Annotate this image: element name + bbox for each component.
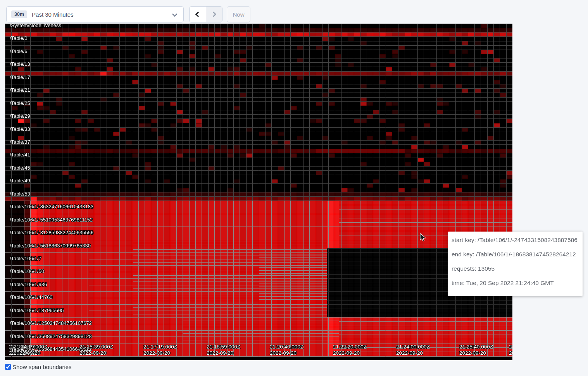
next-range-button[interactable] [206,7,222,22]
row-label: /Table/106/1/-3128593822440635556 [10,230,93,235]
row-label: /Table/33 [10,126,30,132]
row-label: /Table/29 [10,113,30,119]
tooltip-end-key: end key: /Table/106/1/-18683814745282642… [452,251,579,258]
row-label: /Table/106/1/936 [10,282,47,287]
row-label: /Table/49 [10,178,30,184]
time-axis-label: 21:20:40.000Z2022-09-20 [270,344,303,356]
row-label: /Table/45 [10,165,30,171]
row-label: /Table/106/1/3608924758329898128 [10,333,92,339]
time-axis-label: 21:14:19.000Z2022-09-20 [14,344,47,356]
time-range-select[interactable]: 30m Past 30 Minutes [6,6,184,22]
row-label: /Table/53 [10,191,30,197]
row-label: /System/NodeLiveness [10,24,61,28]
now-button[interactable]: Now [227,6,250,22]
row-label: /Table/13 [10,61,30,67]
tooltip-requests: requests: 13055 [452,266,579,272]
time-axis-label: 21:25:40.000Z2022-09-20 [459,344,493,356]
row-label: /Table/106/1/-8632471606610433183 [10,204,93,209]
span-tooltip: start key: /Table/106/1/-247433150824388… [448,232,583,296]
heatmap-footer: Show span boundaries [5,364,72,370]
row-label: /Table/106/1/1250247484756107672 [10,320,92,326]
row-label: /Table/106/1/-5510953463769811152 [10,217,93,223]
tooltip-time: time: Tue, 20 Sep 2022 21:24:40 GMT [452,280,579,286]
row-label: /Table/37 [10,139,30,145]
row-label: /Table/17 [10,74,30,80]
row-label: /Table/106/1/44760 [10,294,53,300]
time-axis-label: 21:27:20.000Z2022-09-20 [509,344,512,356]
row-label: /Table/106/1/50 [10,268,44,274]
heatmap-canvas[interactable] [5,24,512,360]
row-label: /Table/106/1/187965605 [10,307,64,313]
row-label: /Table/21 [10,87,30,93]
time-axis-label: 21:17:19.000Z2022-09-20 [143,344,177,356]
time-range-badge: 30m [11,10,27,18]
row-label: /Table/0 [10,35,28,41]
tooltip-start-key: start key: /Table/106/1/-247433150824388… [452,237,579,243]
key-visualizer-page: 30m Past 30 Minutes Now /System/NodeLive… [0,0,588,376]
time-axis-label: 21:15:39.000Z2022-09-20 [79,344,113,356]
time-axis-label: 21:18:59.000Z2022-09-20 [207,344,240,356]
row-label: /Table/106/1/-561886370999765330 [10,243,91,249]
row-label: /Table/6 [10,48,28,54]
show-span-boundaries-checkbox[interactable] [5,364,11,370]
show-span-boundaries-label: Show span boundaries [12,364,72,370]
row-label: /Table/106/1/7 [10,256,41,261]
row-label: /Table/41 [10,152,30,158]
time-nav-group [189,6,222,22]
chevron-down-icon [172,12,177,17]
chevron-left-icon [195,12,201,17]
time-axis-label: 21:24:00.000Z2022-09-20 [396,344,430,356]
time-range-label: Past 30 Minutes [32,11,74,18]
key-visualizer-heatmap: /System/NodeLiveness/Table/0/Table/6/Tab… [5,24,512,360]
chevron-right-icon [211,12,216,17]
mouse-cursor-icon [419,233,426,242]
row-label: /Table/25 [10,100,30,106]
time-axis-label: 21:22:20.000Z2022-09-20 [333,344,367,356]
prev-range-button[interactable] [190,7,206,22]
